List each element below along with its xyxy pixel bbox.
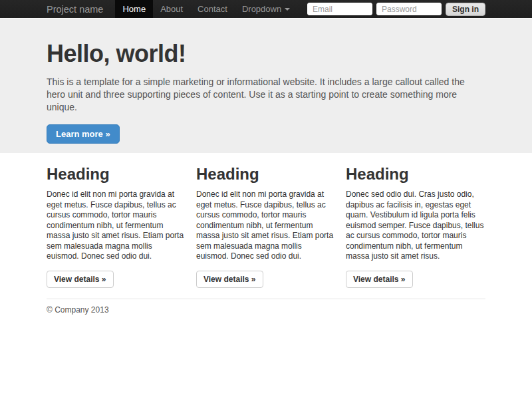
nav-item-home[interactable]: Home bbox=[115, 0, 153, 18]
nav-item-dropdown-label: Dropdown bbox=[242, 4, 281, 14]
column-text: Donec sed odio dui. Cras justo odio, dap… bbox=[346, 190, 485, 262]
column-heading: Heading bbox=[346, 165, 485, 184]
column-heading: Heading bbox=[47, 165, 186, 184]
footer: © Company 2013 bbox=[47, 299, 485, 315]
nav-item-contact[interactable]: Contact bbox=[190, 0, 235, 18]
view-details-button-3[interactable]: View details » bbox=[346, 271, 413, 288]
view-details-button-1[interactable]: View details » bbox=[47, 271, 114, 288]
column-text: Donec id elit non mi porta gravida at eg… bbox=[196, 190, 336, 262]
hero-text: This is a template for a simple marketin… bbox=[47, 76, 485, 114]
column-1: Heading Donec id elit non mi porta gravi… bbox=[47, 165, 186, 288]
navbar: Project name Home About Contact Dropdown… bbox=[0, 0, 532, 19]
main-nav: Home About Contact Dropdown bbox=[115, 0, 297, 18]
password-field[interactable] bbox=[376, 3, 442, 15]
column-heading: Heading bbox=[196, 165, 336, 184]
sign-in-button[interactable]: Sign in bbox=[446, 3, 485, 16]
hero-unit: Hello, world! This is a template for a s… bbox=[0, 19, 532, 153]
column-text: Donec id elit non mi porta gravida at eg… bbox=[47, 190, 186, 262]
caret-down-icon bbox=[285, 8, 290, 11]
column-2: Heading Donec id elit non mi porta gravi… bbox=[196, 165, 336, 288]
nav-item-about[interactable]: About bbox=[153, 0, 190, 18]
signin-form: Sign in bbox=[307, 0, 485, 18]
content-columns: Heading Donec id elit non mi porta gravi… bbox=[47, 165, 485, 288]
column-3: Heading Donec sed odio dui. Cras justo o… bbox=[346, 165, 485, 288]
copyright-text: © Company 2013 bbox=[47, 305, 485, 315]
view-details-button-2[interactable]: View details » bbox=[196, 271, 263, 288]
nav-item-dropdown[interactable]: Dropdown bbox=[235, 0, 297, 18]
learn-more-button[interactable]: Learn more » bbox=[47, 124, 120, 144]
hero-title: Hello, world! bbox=[47, 40, 485, 68]
brand[interactable]: Project name bbox=[47, 0, 115, 18]
email-field[interactable] bbox=[307, 3, 372, 15]
